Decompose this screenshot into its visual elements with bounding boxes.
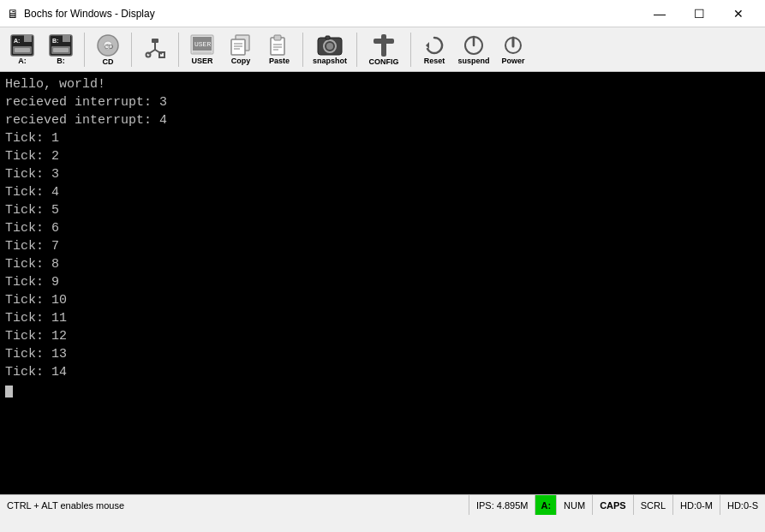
display-line: Hello, world!: [5, 75, 760, 93]
statusbar-ips: IPS: 4.895M: [469, 495, 535, 515]
restore-button[interactable]: ☐: [679, 0, 719, 27]
reset-button[interactable]: Reset: [415, 30, 453, 69]
svg-rect-25: [231, 39, 245, 55]
suspend-label: suspend: [457, 57, 489, 65]
config-icon: [370, 33, 397, 57]
snapshot-label: snapshot: [313, 57, 347, 65]
display-line: Tick: 3: [5, 165, 760, 183]
display-content: Hello, world!recieved interrupt: 3reciev…: [5, 75, 760, 399]
svg-rect-6: [63, 35, 70, 42]
app-icon: 🖥: [7, 7, 19, 21]
svg-rect-39: [374, 39, 394, 44]
display-area[interactable]: Hello, world!recieved interrupt: 3reciev…: [0, 72, 765, 494]
svg-text:USER: USER: [194, 40, 211, 48]
svg-rect-19: [159, 52, 164, 57]
display-line: Tick: 1: [5, 129, 760, 147]
svg-rect-8: [53, 48, 69, 52]
user-button[interactable]: USER USER: [183, 30, 221, 69]
svg-rect-14: [152, 39, 158, 43]
statusbar-num: NUM: [556, 495, 592, 515]
display-line: Tick: 2: [5, 147, 760, 165]
reset-icon: [423, 34, 445, 57]
svg-point-36: [326, 43, 333, 50]
window-title: Bochs for Windows - Display: [24, 8, 155, 20]
floppy-group: A: A: B: B:: [3, 30, 80, 69]
copy-label: Copy: [231, 57, 251, 65]
user-group: USER USER Copy Paste: [183, 30, 298, 69]
paste-label: Paste: [269, 57, 290, 65]
title-controls: — ☐ ✕: [640, 0, 758, 27]
sep2: [131, 33, 132, 67]
minimize-button[interactable]: —: [640, 0, 679, 27]
display-line: Tick: 8: [5, 255, 760, 273]
display-line: Tick: 12: [5, 327, 760, 345]
title-left: 🖥 Bochs for Windows - Display: [7, 7, 155, 21]
toolbar: A: A: B: B: CD CD: [0, 27, 765, 72]
display-line: recieved interrupt: 4: [5, 111, 760, 129]
floppy-a-icon: A:: [10, 34, 34, 57]
close-button[interactable]: ✕: [719, 0, 758, 27]
svg-rect-38: [381, 34, 386, 57]
display-line: recieved interrupt: 3: [5, 93, 760, 111]
snapshot-group: snapshot: [308, 30, 352, 69]
config-button[interactable]: CONFIG: [362, 30, 406, 69]
paste-button[interactable]: Paste: [260, 30, 298, 69]
statusbar: CTRL + ALT enables mouse IPS: 4.895M A: …: [0, 494, 765, 515]
svg-text:A:: A:: [14, 38, 20, 44]
copy-button[interactable]: Copy: [222, 30, 260, 69]
statusbar-mouse-hint: CTRL + ALT enables mouse: [0, 500, 469, 511]
cd-button[interactable]: CD CD: [89, 30, 127, 69]
display-line: Tick: 10: [5, 291, 760, 309]
power-label: Power: [501, 57, 524, 65]
statusbar-drive: A:: [535, 495, 556, 515]
display-line: Tick: 7: [5, 237, 760, 255]
display-line: Tick: 6: [5, 219, 760, 237]
svg-text:B:: B:: [52, 38, 58, 44]
display-line: Tick: 4: [5, 183, 760, 201]
snapshot-icon: [316, 34, 344, 57]
cd-group: CD CD: [89, 30, 127, 69]
display-line: Tick: 11: [5, 309, 760, 327]
reset-label: Reset: [424, 57, 445, 65]
svg-point-18: [146, 53, 151, 57]
user-icon: USER: [190, 34, 214, 57]
floppy-b-button[interactable]: B: B:: [42, 30, 80, 69]
usb-group: [136, 30, 174, 69]
svg-rect-1: [24, 35, 32, 42]
floppy-a-button[interactable]: A: A:: [3, 30, 41, 69]
sep3: [178, 33, 179, 67]
suspend-icon: [463, 34, 485, 57]
cd-icon: CD: [96, 33, 120, 57]
usb-button[interactable]: [136, 30, 174, 69]
floppy-b-icon: B:: [49, 34, 73, 57]
snapshot-button[interactable]: snapshot: [308, 30, 352, 69]
display-line: Tick: 5: [5, 201, 760, 219]
mouse-hint-text: CTRL + ALT enables mouse: [7, 500, 124, 511]
floppy-a-label: A:: [18, 57, 27, 65]
statusbar-scrl: SCRL: [633, 495, 672, 515]
sep5: [356, 33, 357, 67]
config-label: CONFIG: [369, 58, 399, 66]
display-line: Tick: 14: [5, 363, 760, 381]
svg-text:CD: CD: [105, 44, 113, 50]
power-button[interactable]: Power: [494, 30, 532, 69]
cursor-line: [5, 381, 760, 399]
statusbar-hd0m: HD:0-M: [672, 495, 720, 515]
sep6: [410, 33, 411, 67]
svg-rect-15: [154, 43, 156, 50]
usb-icon: [143, 37, 167, 61]
power-icon: [502, 34, 524, 57]
svg-rect-3: [15, 48, 30, 52]
statusbar-hd0s: HD:0-S: [720, 495, 765, 515]
sep1: [84, 33, 85, 67]
sep4: [302, 33, 303, 67]
paste-icon: [267, 34, 291, 57]
floppy-b-label: B:: [57, 57, 65, 65]
display-line: Tick: 9: [5, 273, 760, 291]
title-bar: 🖥 Bochs for Windows - Display — ☐ ✕: [0, 0, 765, 27]
display-line: Tick: 13: [5, 345, 760, 363]
cd-label: CD: [103, 58, 114, 66]
suspend-button[interactable]: suspend: [455, 30, 493, 69]
svg-rect-23: [193, 51, 212, 53]
statusbar-caps: CAPS: [592, 495, 633, 515]
